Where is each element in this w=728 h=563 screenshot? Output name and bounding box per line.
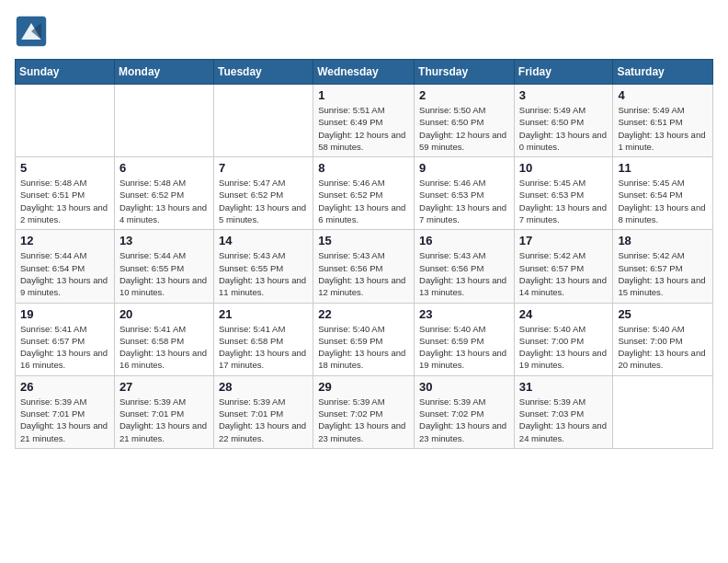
day-number: 29 bbox=[318, 380, 409, 394]
day-info: Sunrise: 5:39 AM Sunset: 7:02 PM Dayligh… bbox=[419, 396, 509, 444]
calendar-cell: 6Sunrise: 5:48 AM Sunset: 6:52 PM Daylig… bbox=[114, 157, 213, 230]
calendar-week-row: 26Sunrise: 5:39 AM Sunset: 7:01 PM Dayli… bbox=[16, 375, 713, 448]
day-info: Sunrise: 5:40 AM Sunset: 6:59 PM Dayligh… bbox=[419, 323, 509, 372]
weekday-header-sunday: Sunday bbox=[16, 60, 115, 85]
calendar-cell: 9Sunrise: 5:46 AM Sunset: 6:53 PM Daylig… bbox=[415, 157, 515, 230]
calendar-cell: 25Sunrise: 5:40 AM Sunset: 7:00 PM Dayli… bbox=[613, 303, 713, 375]
day-number: 7 bbox=[219, 161, 308, 175]
day-number: 19 bbox=[20, 307, 109, 321]
day-number: 13 bbox=[119, 234, 209, 247]
calendar-cell: 16Sunrise: 5:43 AM Sunset: 6:56 PM Dayli… bbox=[415, 230, 515, 303]
calendar-cell bbox=[114, 85, 213, 157]
weekday-header-saturday: Saturday bbox=[613, 60, 713, 85]
day-info: Sunrise: 5:49 AM Sunset: 6:51 PM Dayligh… bbox=[618, 104, 708, 153]
calendar-cell: 5Sunrise: 5:48 AM Sunset: 6:51 PM Daylig… bbox=[16, 157, 115, 230]
day-info: Sunrise: 5:49 AM Sunset: 6:50 PM Dayligh… bbox=[519, 104, 609, 153]
calendar-cell: 19Sunrise: 5:41 AM Sunset: 6:57 PM Dayli… bbox=[16, 303, 115, 375]
calendar-cell: 21Sunrise: 5:41 AM Sunset: 6:58 PM Dayli… bbox=[213, 303, 313, 375]
day-number: 17 bbox=[519, 234, 609, 247]
weekday-header-tuesday: Tuesday bbox=[213, 60, 313, 85]
day-number: 23 bbox=[419, 307, 509, 321]
calendar-cell bbox=[213, 85, 313, 157]
day-number: 5 bbox=[20, 161, 109, 175]
day-info: Sunrise: 5:42 AM Sunset: 6:57 PM Dayligh… bbox=[618, 249, 708, 298]
day-number: 12 bbox=[20, 234, 109, 247]
calendar-cell: 14Sunrise: 5:43 AM Sunset: 6:55 PM Dayli… bbox=[213, 230, 313, 303]
calendar-cell: 10Sunrise: 5:45 AM Sunset: 6:53 PM Dayli… bbox=[514, 157, 613, 230]
day-info: Sunrise: 5:46 AM Sunset: 6:52 PM Dayligh… bbox=[318, 177, 409, 225]
day-info: Sunrise: 5:39 AM Sunset: 7:01 PM Dayligh… bbox=[219, 396, 308, 444]
day-info: Sunrise: 5:42 AM Sunset: 6:57 PM Dayligh… bbox=[519, 249, 609, 298]
calendar-cell: 2Sunrise: 5:50 AM Sunset: 6:50 PM Daylig… bbox=[415, 85, 515, 157]
day-info: Sunrise: 5:48 AM Sunset: 6:52 PM Dayligh… bbox=[119, 177, 209, 225]
day-number: 6 bbox=[119, 161, 209, 175]
calendar-cell: 12Sunrise: 5:44 AM Sunset: 6:54 PM Dayli… bbox=[16, 230, 115, 303]
calendar-week-row: 1Sunrise: 5:51 AM Sunset: 6:49 PM Daylig… bbox=[16, 85, 713, 157]
day-info: Sunrise: 5:48 AM Sunset: 6:51 PM Dayligh… bbox=[20, 177, 109, 225]
calendar-cell: 8Sunrise: 5:46 AM Sunset: 6:52 PM Daylig… bbox=[313, 157, 415, 230]
calendar-cell: 29Sunrise: 5:39 AM Sunset: 7:02 PM Dayli… bbox=[313, 375, 415, 448]
weekday-header-thursday: Thursday bbox=[415, 60, 515, 85]
calendar-cell: 30Sunrise: 5:39 AM Sunset: 7:02 PM Dayli… bbox=[415, 375, 515, 448]
calendar-cell bbox=[16, 85, 115, 157]
calendar-cell: 31Sunrise: 5:39 AM Sunset: 7:03 PM Dayli… bbox=[514, 375, 613, 448]
day-number: 30 bbox=[419, 380, 509, 394]
calendar-cell: 3Sunrise: 5:49 AM Sunset: 6:50 PM Daylig… bbox=[514, 85, 613, 157]
calendar-cell: 26Sunrise: 5:39 AM Sunset: 7:01 PM Dayli… bbox=[16, 375, 115, 448]
day-info: Sunrise: 5:39 AM Sunset: 7:03 PM Dayligh… bbox=[519, 396, 609, 444]
day-number: 26 bbox=[20, 380, 109, 394]
day-number: 28 bbox=[219, 380, 308, 394]
day-number: 16 bbox=[419, 234, 509, 247]
day-info: Sunrise: 5:40 AM Sunset: 7:00 PM Dayligh… bbox=[519, 323, 609, 372]
day-number: 21 bbox=[219, 307, 308, 321]
day-number: 15 bbox=[318, 234, 409, 247]
calendar-cell: 17Sunrise: 5:42 AM Sunset: 6:57 PM Dayli… bbox=[514, 230, 613, 303]
calendar-week-row: 19Sunrise: 5:41 AM Sunset: 6:57 PM Dayli… bbox=[16, 303, 713, 375]
day-info: Sunrise: 5:50 AM Sunset: 6:50 PM Dayligh… bbox=[419, 104, 509, 153]
weekday-header-friday: Friday bbox=[514, 60, 613, 85]
day-info: Sunrise: 5:40 AM Sunset: 7:00 PM Dayligh… bbox=[618, 323, 708, 372]
day-number: 11 bbox=[618, 161, 708, 175]
calendar-body: 1Sunrise: 5:51 AM Sunset: 6:49 PM Daylig… bbox=[16, 85, 713, 449]
day-info: Sunrise: 5:45 AM Sunset: 6:53 PM Dayligh… bbox=[519, 177, 609, 225]
calendar-week-row: 5Sunrise: 5:48 AM Sunset: 6:51 PM Daylig… bbox=[16, 157, 713, 230]
day-info: Sunrise: 5:43 AM Sunset: 6:56 PM Dayligh… bbox=[318, 249, 409, 298]
day-info: Sunrise: 5:43 AM Sunset: 6:55 PM Dayligh… bbox=[219, 249, 308, 298]
day-number: 9 bbox=[419, 161, 509, 175]
calendar-cell: 22Sunrise: 5:40 AM Sunset: 6:59 PM Dayli… bbox=[313, 303, 415, 375]
day-info: Sunrise: 5:41 AM Sunset: 6:57 PM Dayligh… bbox=[20, 323, 109, 372]
day-info: Sunrise: 5:47 AM Sunset: 6:52 PM Dayligh… bbox=[219, 177, 308, 225]
day-number: 24 bbox=[519, 307, 609, 321]
day-info: Sunrise: 5:39 AM Sunset: 7:02 PM Dayligh… bbox=[318, 396, 409, 444]
calendar-cell: 28Sunrise: 5:39 AM Sunset: 7:01 PM Dayli… bbox=[213, 375, 313, 448]
calendar-cell: 15Sunrise: 5:43 AM Sunset: 6:56 PM Dayli… bbox=[313, 230, 415, 303]
weekday-header-wednesday: Wednesday bbox=[313, 60, 415, 85]
day-info: Sunrise: 5:39 AM Sunset: 7:01 PM Dayligh… bbox=[119, 396, 209, 444]
calendar-cell: 23Sunrise: 5:40 AM Sunset: 6:59 PM Dayli… bbox=[415, 303, 515, 375]
day-number: 3 bbox=[519, 88, 609, 102]
logo-icon bbox=[15, 15, 48, 48]
day-info: Sunrise: 5:46 AM Sunset: 6:53 PM Dayligh… bbox=[419, 177, 509, 225]
day-number: 8 bbox=[318, 161, 409, 175]
calendar-cell: 1Sunrise: 5:51 AM Sunset: 6:49 PM Daylig… bbox=[313, 85, 415, 157]
day-info: Sunrise: 5:45 AM Sunset: 6:54 PM Dayligh… bbox=[618, 177, 708, 225]
calendar-cell: 7Sunrise: 5:47 AM Sunset: 6:52 PM Daylig… bbox=[213, 157, 313, 230]
day-number: 27 bbox=[119, 380, 209, 394]
day-number: 20 bbox=[119, 307, 209, 321]
day-number: 18 bbox=[618, 234, 708, 247]
calendar-cell: 18Sunrise: 5:42 AM Sunset: 6:57 PM Dayli… bbox=[613, 230, 713, 303]
calendar-cell bbox=[613, 375, 713, 448]
day-number: 2 bbox=[419, 88, 509, 102]
day-number: 25 bbox=[618, 307, 708, 321]
day-number: 10 bbox=[519, 161, 609, 175]
day-info: Sunrise: 5:40 AM Sunset: 6:59 PM Dayligh… bbox=[318, 323, 409, 372]
day-info: Sunrise: 5:41 AM Sunset: 6:58 PM Dayligh… bbox=[219, 323, 308, 372]
day-number: 31 bbox=[519, 380, 609, 394]
day-info: Sunrise: 5:43 AM Sunset: 6:56 PM Dayligh… bbox=[419, 249, 509, 298]
weekday-header-row: SundayMondayTuesdayWednesdayThursdayFrid… bbox=[16, 60, 713, 85]
page-header bbox=[15, 15, 713, 48]
day-info: Sunrise: 5:41 AM Sunset: 6:58 PM Dayligh… bbox=[119, 323, 209, 372]
day-number: 14 bbox=[219, 234, 308, 247]
calendar-cell: 4Sunrise: 5:49 AM Sunset: 6:51 PM Daylig… bbox=[613, 85, 713, 157]
calendar-week-row: 12Sunrise: 5:44 AM Sunset: 6:54 PM Dayli… bbox=[16, 230, 713, 303]
